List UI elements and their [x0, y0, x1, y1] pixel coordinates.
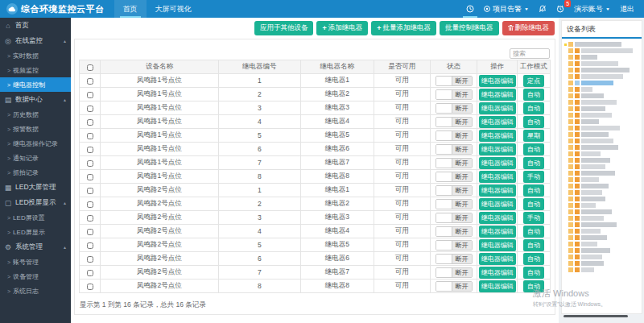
- status-toggle[interactable]: 断开: [436, 199, 473, 209]
- device-tree-row[interactable]: [564, 93, 640, 98]
- work-mode-badge[interactable]: 自动: [523, 116, 544, 128]
- device-tree-row[interactable]: [564, 158, 640, 163]
- device-tree-row-selected[interactable]: [564, 81, 640, 85]
- sidebar-item-device-mgmt[interactable]: >设备管理: [0, 269, 71, 284]
- row-checkbox[interactable]: [87, 119, 93, 126]
- sidebar-item-relay-control[interactable]: >继电器控制: [0, 77, 71, 92]
- work-mode-badge[interactable]: 自动: [523, 198, 544, 210]
- device-tree-row[interactable]: [564, 113, 640, 118]
- status-toggle[interactable]: 断开: [436, 267, 473, 278]
- sidebar-item-video-monitor[interactable]: >视频监控: [0, 63, 71, 77]
- status-toggle[interactable]: 断开: [436, 213, 473, 223]
- device-tree-row[interactable]: [564, 55, 640, 60]
- status-toggle[interactable]: 断开: [436, 254, 473, 264]
- search-input[interactable]: [510, 48, 550, 59]
- device-tree-row[interactable]: [564, 177, 640, 182]
- nav-home[interactable]: 首页: [114, 0, 147, 18]
- row-checkbox[interactable]: [87, 106, 93, 112]
- work-mode-badge[interactable]: 自动: [523, 226, 544, 238]
- sidebar-item-online-monitor[interactable]: ◎在线监控▲: [0, 33, 71, 48]
- relay-edit-button[interactable]: 继电器编辑: [479, 267, 516, 279]
- device-tree-row[interactable]: [564, 229, 640, 234]
- device-tree-row[interactable]: [564, 255, 640, 259]
- relay-edit-button[interactable]: 继电器编辑: [479, 75, 516, 87]
- relay-edit-button[interactable]: 继电器编辑: [479, 102, 516, 114]
- work-mode-badge[interactable]: 自动: [523, 184, 544, 197]
- row-checkbox[interactable]: [87, 188, 93, 194]
- device-tree-row[interactable]: [564, 261, 640, 266]
- row-checkbox[interactable]: [87, 256, 93, 263]
- device-tree-row[interactable]: [564, 151, 640, 156]
- sidebar-item-notify-records[interactable]: >通知记录: [0, 151, 71, 165]
- work-mode-badge[interactable]: 手动: [523, 212, 544, 224]
- status-toggle[interactable]: 断开: [436, 240, 473, 251]
- relay-edit-button[interactable]: 继电器编辑: [479, 239, 516, 251]
- device-tree-row[interactable]: [564, 48, 640, 53]
- relay-edit-button[interactable]: 继电器编辑: [479, 184, 516, 197]
- batch-add-relay-button[interactable]: +批量添加继电器: [371, 21, 436, 35]
- status-toggle[interactable]: 断开: [436, 281, 473, 292]
- device-tree-row[interactable]: [564, 216, 640, 221]
- sidebar-item-relay-op-records[interactable]: >继电器操作记录: [0, 136, 71, 151]
- row-checkbox[interactable]: [87, 78, 93, 85]
- relay-edit-button[interactable]: 继电器编辑: [479, 89, 516, 101]
- row-checkbox[interactable]: [87, 270, 93, 276]
- work-mode-badge[interactable]: 自动: [523, 253, 544, 265]
- device-tree-row[interactable]: [564, 235, 640, 240]
- sidebar-item-led-screen-set[interactable]: >LED屏设置: [0, 210, 71, 225]
- row-checkbox[interactable]: [87, 242, 93, 249]
- device-tree-row[interactable]: [564, 242, 640, 246]
- logout-link[interactable]: 退出: [620, 4, 634, 14]
- work-mode-badge[interactable]: 自动: [523, 239, 544, 251]
- device-tree-row[interactable]: [564, 100, 640, 105]
- nav-big-screen[interactable]: 大屏可视化: [147, 0, 200, 18]
- status-toggle[interactable]: 断开: [436, 103, 473, 114]
- work-mode-badge[interactable]: 自动: [523, 267, 544, 279]
- device-tree-row[interactable]: [564, 145, 640, 150]
- status-toggle[interactable]: 断开: [436, 117, 473, 127]
- sidebar-item-led-cast-display[interactable]: ▢LED投屏显示▲: [0, 195, 71, 210]
- row-checkbox[interactable]: [87, 133, 93, 139]
- status-toggle[interactable]: 断开: [436, 158, 473, 168]
- sidebar-item-account-mgmt[interactable]: >账号管理: [0, 255, 71, 269]
- sidebar-item-history-data[interactable]: >历史数据: [0, 107, 71, 122]
- sidebar-item-home[interactable]: ⌂首页: [0, 18, 71, 33]
- device-tree-row[interactable]: [564, 132, 640, 137]
- horizontal-scrollbar[interactable]: [564, 315, 628, 317]
- apply-other-devices-button[interactable]: 应用于其他设备: [254, 21, 314, 35]
- device-tree-row[interactable]: [564, 209, 640, 214]
- device-tree-row[interactable]: [564, 197, 640, 201]
- device-tree-row[interactable]: [564, 74, 640, 79]
- device-tree-row[interactable]: [564, 119, 640, 124]
- device-tree-row[interactable]: [564, 61, 640, 66]
- sidebar-item-led-screen-mgmt[interactable]: ▦LED大屏管理: [0, 180, 71, 195]
- relay-edit-button[interactable]: 继电器编辑: [479, 253, 516, 265]
- relay-edit-button[interactable]: 继电器编辑: [479, 157, 516, 169]
- select-all-checkbox[interactable]: [87, 64, 93, 71]
- device-tree-row[interactable]: [564, 171, 640, 176]
- device-tree-row[interactable]: [564, 106, 640, 111]
- row-checkbox[interactable]: [87, 229, 93, 235]
- row-checkbox[interactable]: [87, 201, 93, 208]
- work-mode-badge[interactable]: 自动: [523, 157, 544, 169]
- row-checkbox[interactable]: [87, 147, 93, 153]
- row-checkbox[interactable]: [87, 174, 93, 180]
- relay-edit-button[interactable]: 继电器编辑: [479, 280, 516, 292]
- sidebar-item-realtime-data[interactable]: >实时数据: [0, 48, 71, 63]
- batch-control-relay-button[interactable]: 批量控制继电器: [440, 21, 499, 35]
- device-tree-row[interactable]: [564, 139, 640, 143]
- relay-edit-button[interactable]: 继电器编辑: [479, 116, 516, 128]
- bell-muted-icon[interactable]: [539, 5, 547, 13]
- relay-edit-button[interactable]: 继电器编辑: [479, 143, 516, 155]
- sidebar-item-alarm-data[interactable]: >报警数据: [0, 122, 71, 136]
- device-tree-row[interactable]: [564, 248, 640, 253]
- device-tree-row[interactable]: [564, 87, 640, 92]
- device-tree-row[interactable]: [564, 42, 640, 47]
- status-toggle[interactable]: 断开: [436, 76, 473, 86]
- sidebar-item-system-mgmt[interactable]: ⚙系统管理▲: [0, 239, 71, 255]
- device-tree-row[interactable]: [564, 222, 640, 227]
- account-dropdown[interactable]: 演示账号 ▼: [574, 4, 610, 14]
- relay-edit-button[interactable]: 继电器编辑: [479, 212, 516, 224]
- device-tree-row[interactable]: [564, 190, 640, 195]
- device-tree-row[interactable]: [564, 68, 640, 72]
